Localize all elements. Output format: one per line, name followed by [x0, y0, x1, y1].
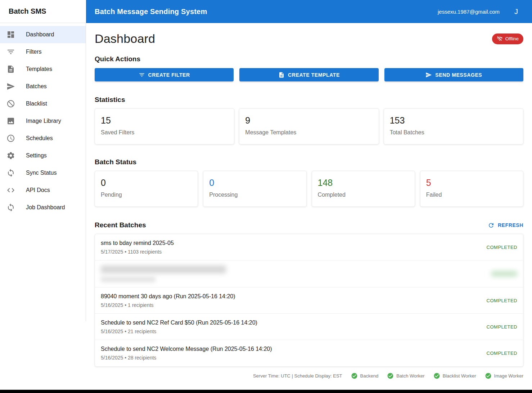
check-circle-icon	[351, 372, 358, 379]
worker-label: Blacklist Worker	[443, 373, 476, 379]
sidebar-item-templates[interactable]: Templates	[0, 61, 86, 78]
sidebar-item-sync-status[interactable]: Sync Status	[0, 164, 86, 182]
document-icon	[6, 65, 15, 73]
sidebar-item-api-docs[interactable]: API Docs	[0, 182, 86, 199]
batch-row[interactable]: 89040 moment 30 days ago (Run 2025-05-16…	[95, 287, 523, 314]
failed-label: Failed	[426, 192, 517, 198]
statistics-heading: Statistics	[95, 96, 523, 104]
app-bar-title: Batch Message Sending System	[95, 8, 207, 16]
batch-title: 89040 moment 30 days ago (Run 2025-05-16…	[101, 293, 235, 300]
status-card-pending: 0 Pending	[95, 171, 198, 207]
message-templates-label: Message Templates	[245, 129, 373, 136]
quick-actions-heading: Quick Actions	[95, 55, 523, 63]
refresh-icon	[488, 222, 495, 229]
gear-icon	[6, 151, 15, 160]
batch-status-badge: COMPLETED	[487, 350, 517, 356]
batch-status-badge: COMPLETED	[487, 245, 517, 250]
sidebar-item-label: Image Library	[26, 118, 61, 124]
saved-filters-value: 15	[101, 115, 228, 126]
dashboard-icon	[6, 30, 15, 39]
sidebar-item-label: Sync Status	[26, 170, 57, 176]
sidebar-item-label: Settings	[26, 152, 47, 159]
sidebar-item-blacklist[interactable]: Blacklist	[0, 95, 86, 112]
pending-label: Pending	[101, 192, 192, 198]
batch-title: Schedule to send NC2 Welcome Message (Ru…	[101, 346, 272, 352]
refresh-label: Refresh	[498, 222, 523, 228]
batch-title: Schedule to send NC2 Ref Card $50 (Run 2…	[101, 320, 257, 326]
failed-value: 5	[426, 177, 517, 188]
sidebar-item-label: Job Dashboard	[26, 204, 65, 211]
send-messages-button[interactable]: Send Messages	[384, 68, 523, 81]
worker-status-image-worker: Image Worker	[485, 372, 523, 379]
batch-row[interactable]: Schedule to send NC2 Welcome Message (Ru…	[95, 340, 523, 366]
sync-icon	[6, 169, 15, 177]
stat-card-saved-filters: 15 Saved Filters	[95, 108, 234, 144]
batch-subtitle: 5/16/2025 • 1 recipients	[101, 302, 235, 308]
app-logo-title: Batch SMS	[9, 7, 46, 15]
worker-label: Image Worker	[494, 373, 523, 379]
status-footer: Server Time: UTC | Schedule Display: EST…	[95, 372, 523, 379]
wifi-off-icon	[497, 36, 503, 42]
filter-icon	[6, 48, 15, 56]
filter-icon	[139, 72, 145, 78]
sidebar-item-schedules[interactable]: Schedules	[0, 130, 86, 147]
page-title: Dashboard	[95, 32, 155, 46]
create-template-button[interactable]: Create Template	[239, 68, 378, 81]
batch-subtitle: 5/16/2025 • 21 recipients	[101, 329, 257, 334]
check-circle-icon	[387, 372, 394, 379]
sync-icon	[6, 203, 15, 212]
code-icon	[6, 186, 15, 195]
create-filter-button[interactable]: Create Filter	[95, 68, 234, 81]
recent-batches-heading: Recent Batches	[95, 221, 146, 229]
block-icon	[6, 99, 15, 108]
send-icon	[6, 82, 15, 91]
offline-status-badge: Offline	[492, 34, 523, 44]
batch-row[interactable]: sms to bday remind 2025-05 5/17/2025 • 1…	[95, 234, 523, 260]
batch-row-redacted[interactable]	[95, 260, 523, 287]
avatar[interactable]: J	[509, 4, 523, 19]
batch-row[interactable]: Schedule to send NC2 Ref Card $50 (Run 2…	[95, 314, 523, 340]
sidebar-item-dashboard[interactable]: Dashboard	[0, 26, 86, 43]
batch-subtitle: 5/16/2025 • 28 recipients	[101, 355, 272, 361]
total-batches-label: Total Batches	[390, 129, 517, 136]
sidebar-item-filters[interactable]: Filters	[0, 43, 86, 61]
image-icon	[6, 117, 15, 125]
batch-subtitle: 5/17/2025 • 1103 recipients	[101, 249, 174, 255]
sidebar-item-label: Templates	[26, 66, 52, 72]
sidebar-item-settings[interactable]: Settings	[0, 147, 86, 164]
saved-filters-label: Saved Filters	[101, 129, 228, 136]
refresh-button[interactable]: Refresh	[488, 222, 523, 229]
sidebar-item-label: Blacklist	[26, 101, 47, 107]
sidebar-item-label: Batches	[26, 83, 47, 90]
document-icon	[278, 72, 285, 78]
sidebar-item-job-dashboard[interactable]: Job Dashboard	[0, 199, 86, 216]
offline-badge-label: Offline	[505, 36, 519, 41]
create-template-label: Create Template	[288, 72, 340, 78]
send-messages-label: Send Messages	[435, 72, 482, 78]
stat-card-total-batches: 153 Total Batches	[384, 108, 523, 144]
worker-status-blacklist-worker: Blacklist Worker	[433, 372, 476, 379]
worker-status-batch-worker: Batch Worker	[387, 372, 425, 379]
server-time-text: Server Time: UTC | Schedule Display: EST	[253, 373, 342, 379]
redacted-batch-status	[491, 271, 517, 277]
sidebar-header: Batch SMS	[0, 0, 86, 23]
send-icon	[425, 72, 432, 78]
processing-value: 0	[209, 177, 300, 188]
stat-card-message-templates: 9 Message Templates	[239, 108, 379, 144]
app-bar: Batch Message Sending System jessexu.198…	[86, 0, 532, 23]
sidebar-item-image-library[interactable]: Image Library	[0, 112, 86, 130]
worker-label: Backend	[360, 373, 379, 379]
recent-batches-list: sms to bday remind 2025-05 5/17/2025 • 1…	[95, 234, 523, 367]
sidebar-item-batches[interactable]: Batches	[0, 78, 86, 95]
message-templates-value: 9	[245, 115, 373, 126]
check-circle-icon	[433, 372, 440, 379]
app-bar-right: jessexu.1987@gmail.com J	[438, 4, 523, 19]
create-filter-label: Create Filter	[148, 72, 190, 78]
batch-status-badge: COMPLETED	[487, 324, 517, 330]
sidebar-item-label: Dashboard	[26, 31, 54, 38]
processing-label: Processing	[209, 192, 300, 198]
bottom-edge-bar	[0, 390, 532, 393]
status-card-processing: 0 Processing	[203, 171, 306, 207]
completed-value: 148	[318, 177, 409, 188]
user-email: jessexu.1987@gmail.com	[438, 9, 500, 15]
